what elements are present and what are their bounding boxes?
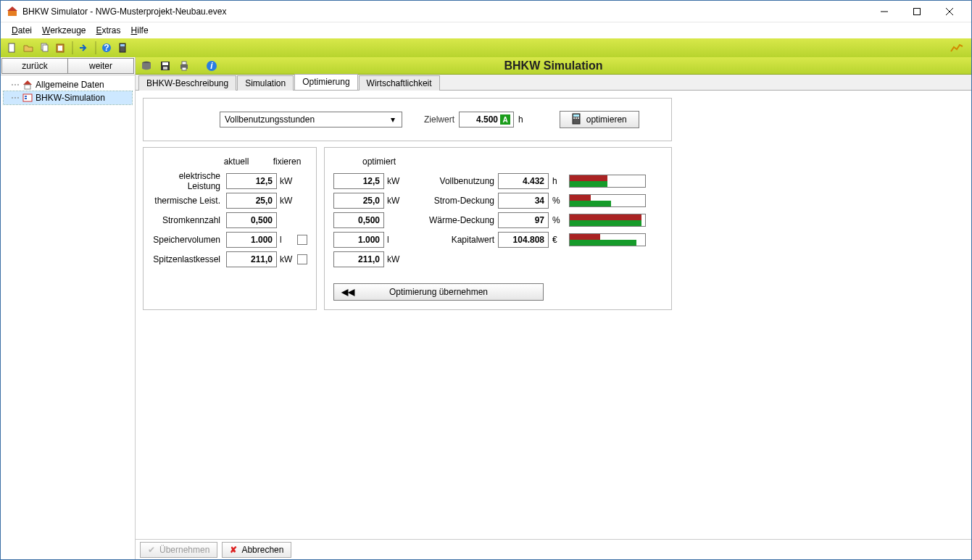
tab-optimierung[interactable]: Optimierung — [294, 74, 357, 90]
value-input[interactable]: 12,5 — [226, 173, 277, 189]
help-icon[interactable]: ? — [99, 41, 114, 55]
svg-rect-19 — [25, 98, 27, 99]
cross-icon: ✘ — [230, 545, 237, 555]
close-button[interactable] — [933, 1, 965, 22]
fix-checkbox[interactable] — [297, 235, 307, 245]
row-elektrische-leistung: elektrische Leistung 12,5 kW — [152, 171, 307, 191]
minimize-button[interactable] — [868, 1, 900, 22]
forward-button[interactable]: weiter — [67, 58, 134, 74]
calc-small-icon — [572, 113, 581, 127]
comparison-bar — [569, 233, 646, 246]
header-aktuell: aktuell — [216, 156, 257, 167]
result-value: 104.808 — [498, 232, 549, 248]
maximize-button[interactable] — [900, 1, 933, 22]
tree-node-label: Allgemeine Daten — [36, 80, 104, 90]
tab-simulation[interactable]: Simulation — [237, 75, 294, 91]
svg-rect-6 — [9, 43, 14, 52]
row-spitzenlastkessel: Spitzenlastkessel 211,0 kW — [152, 249, 307, 269]
export-icon[interactable] — [76, 41, 91, 55]
result-value: 97 — [498, 212, 549, 228]
criteria-dropdown[interactable]: Vollbenutzungsstunden ▾ — [220, 112, 402, 128]
module-icon — [22, 93, 33, 103]
svg-rect-10 — [58, 46, 62, 51]
svg-marker-1 — [7, 7, 17, 11]
toolbar-separator — [72, 41, 73, 54]
apply-button[interactable]: ✔ Übernehmen — [140, 542, 217, 558]
value-input[interactable]: 25,0 — [226, 193, 277, 209]
svg-rect-33 — [578, 117, 579, 119]
auto-badge-icon: A — [500, 114, 510, 125]
result-value: 34 — [498, 193, 549, 209]
info-icon[interactable]: i — [204, 59, 220, 73]
zielwert-unit: h — [518, 114, 523, 125]
rewind-icon: ◀◀ — [341, 287, 354, 297]
svg-text:?: ? — [104, 43, 109, 53]
value-input[interactable]: 1.000 — [226, 232, 277, 248]
tab-content: Vollbenutzungsstunden ▾ Zielwert 4.500 A… — [136, 91, 971, 539]
result-value: 4.432 — [498, 173, 549, 189]
value-input[interactable]: 211,0 — [226, 251, 277, 267]
comparison-bar — [569, 194, 646, 207]
comparison-bar — [569, 175, 646, 188]
menu-werkzeuge[interactable]: Werkzeuge — [37, 24, 91, 37]
section-title: BHKW Simulation — [136, 59, 971, 72]
db-icon[interactable] — [138, 59, 154, 73]
menu-extras[interactable]: Extras — [91, 24, 126, 37]
result-vollbenutzung: Vollbenutzung 4.432 h — [428, 171, 662, 191]
comparison-bar — [569, 214, 646, 227]
opt-value: 12,5 — [333, 173, 384, 189]
print-icon[interactable] — [176, 59, 192, 73]
opt-value: 1.000 — [333, 232, 384, 248]
result-kapitalwert: Kapitalwert 104.808 € — [428, 230, 662, 249]
opt-value: 25,0 — [333, 193, 384, 209]
zielwert-input[interactable]: 4.500 A — [459, 112, 514, 128]
row-speichervolumen: Speichervolumen 1.000 l — [152, 230, 307, 249]
menubar: Datei Werkzeuge Extras Hilfe — [1, 22, 971, 38]
paste-icon[interactable] — [53, 41, 67, 55]
house-icon — [22, 80, 33, 90]
back-button[interactable]: zurück — [1, 58, 68, 74]
svg-rect-30 — [573, 114, 579, 117]
svg-rect-22 — [162, 62, 168, 65]
save-icon[interactable] — [157, 59, 173, 73]
check-icon: ✔ — [148, 545, 155, 555]
adopt-optimization-button[interactable]: ◀◀ Optimierung übernehmen — [333, 283, 544, 301]
tree-node-bhkw-simulation[interactable]: ⋯ BHKW-Simulation — [4, 91, 132, 104]
svg-rect-23 — [163, 67, 167, 70]
svg-rect-3 — [913, 8, 920, 14]
fix-checkbox[interactable] — [297, 254, 307, 264]
tree-view: ⋯ Allgemeine Daten ⋯ BHKW-Simulation — [1, 75, 135, 107]
tab-bhkw-beschreibung[interactable]: BHKW-Beschreibung — [138, 75, 236, 91]
svg-rect-26 — [182, 67, 186, 70]
optimize-button[interactable]: optimieren — [560, 111, 639, 128]
toolbar-separator — [95, 41, 96, 54]
opt-value: 211,0 — [333, 251, 384, 267]
titlebar: BHKW Simulator - NWG-Musterprojekt-Neuba… — [1, 1, 971, 22]
zielwert-label: Zielwert — [424, 114, 454, 125]
main-area: i BHKW Simulation BHKW-Beschreibung Simu… — [136, 57, 971, 559]
header-fixieren: fixieren — [271, 156, 303, 167]
tab-wirtschaftlichkeit[interactable]: Wirtschaftlichkeit — [359, 75, 440, 91]
result-waerme-deckung: Wärme-Deckung 97 % — [428, 210, 662, 230]
copy-icon[interactable] — [37, 41, 51, 55]
open-file-icon[interactable] — [21, 41, 36, 55]
section-header: i BHKW Simulation — [136, 57, 971, 75]
row-thermische-leist: thermische Leist. 25,0 kW — [152, 191, 307, 210]
value-input[interactable]: 0,500 — [226, 212, 277, 228]
svg-rect-17 — [23, 94, 32, 101]
current-values-panel: aktuell fixieren elektrische Leistung 12… — [143, 147, 317, 310]
menu-datei[interactable]: Datei — [7, 24, 37, 37]
header-optimiert: optimiert — [362, 156, 396, 167]
svg-marker-15 — [23, 80, 32, 85]
svg-rect-32 — [576, 117, 577, 119]
tree-node-label: BHKW-Simulation — [36, 93, 105, 103]
svg-rect-16 — [25, 85, 30, 89]
optimized-values-panel: optimiert 12,5kW 25,0kW 0,500 1.000l 211… — [324, 147, 672, 310]
chevron-down-icon: ▾ — [389, 114, 397, 125]
new-file-icon[interactable] — [5, 41, 20, 55]
cancel-button[interactable]: ✘ Abbrechen — [222, 542, 291, 558]
calculator-icon[interactable] — [115, 41, 130, 55]
chart-icon[interactable] — [950, 41, 964, 55]
tree-node-allgemeine-daten[interactable]: ⋯ Allgemeine Daten — [4, 78, 132, 91]
menu-hilfe[interactable]: Hilfe — [126, 24, 154, 37]
